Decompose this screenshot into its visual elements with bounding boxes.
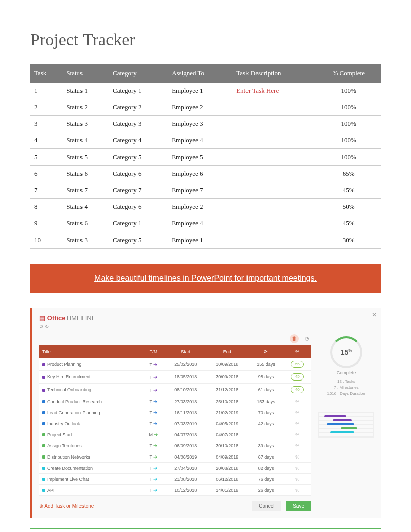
otl-col-tm: T/M [143,345,165,358]
otl-col-title: Title [39,345,143,358]
office-timeline-panel: ✕ ▤ OfficeTIMELINE ↺ ↻ 🗑 ◔ Title T/M [30,308,381,518]
close-icon[interactable]: ✕ [372,311,377,318]
timeline-row[interactable]: Create DocumentationT ➔27/04/201820/08/2… [39,463,311,474]
timeline-row[interactable]: Implement Live ChatT ➔23/08/201806/12/20… [39,474,311,485]
otl-col-start: Start [165,345,206,358]
timeline-row[interactable]: Product PlanningT ➔25/02/201830/09/20181… [39,358,311,371]
stat-tasks: 13 : Tasks [318,378,374,385]
delete-icon[interactable]: 🗑 [290,334,299,343]
timeline-row[interactable]: Project StartM ➔04/07/201804/07/2018–% [39,429,311,440]
clock-icon[interactable]: ◔ [302,334,311,343]
timeline-row[interactable]: Technical OnboardingT ➔08/10/201831/12/2… [39,384,311,396]
timeline-row[interactable]: APIT ➔10/12/201814/01/201926 days% [39,485,311,496]
otl-col-dur: ⟳ [248,345,284,358]
timeline-table: Title T/M Start End ⟳ % Product Planning… [39,345,311,496]
col-status: Status [62,64,109,83]
brand-icon: ▤ [39,314,47,322]
table-row: 8Status 4Category 6Employee 250% [30,199,381,215]
stat-duration: 1016 : Days Duration [318,391,374,397]
otl-col-end: End [206,345,248,358]
promo-banner[interactable]: Make beautiful timelines in PowerPoint f… [30,264,381,293]
progress-ring: 15% [330,336,362,368]
progress-label: Complete [318,370,374,375]
col-assigned: Assigned To [168,64,232,83]
timeline-row[interactable]: Key Hire RecruitmentT ➔18/05/201830/09/2… [39,371,311,384]
col-pct: % Complete [316,64,381,83]
save-button[interactable]: Save [286,501,311,511]
timeline-row[interactable]: Distribution NetworksT ➔04/06/201904/09/… [39,451,311,463]
table-row: 9Status 6Category 1Employee 445% [30,215,381,232]
otl-col-pct: % [284,345,311,358]
timeline-row[interactable]: Industry OutlookT ➔07/03/201904/05/20194… [39,418,311,429]
col-category: Category [109,64,168,83]
steps-section: 3 Easy steps to instantly turn Excel dat… [30,528,381,532]
table-row: 6Status 6Category 6Employee 665% [30,166,381,182]
table-row: 2Status 2Category 2Employee 2100% [30,99,381,116]
col-description: Task Description [232,64,316,83]
cancel-button[interactable]: Cancel [252,501,281,511]
undo-icon[interactable]: ↺ [39,324,43,329]
table-row: 4Status 4Category 4Employee 4100% [30,132,381,149]
page-title: Project Tracker [30,30,381,49]
table-row: 3Status 3Category 3Employee 3100% [30,116,381,132]
brand-logo: ▤ OfficeTIMELINE [39,314,374,322]
table-row: 7Status 7Category 7Employee 745% [30,182,381,199]
table-row: 5Status 5Category 5Employee 5100% [30,149,381,166]
add-task-button[interactable]: ⊕ Add Task or Milestone [39,503,94,509]
summary-panel: 15% Complete 13 : Tasks 7 : Milestones 1… [318,333,374,511]
timeline-row[interactable]: Conduct Product ResearchT ➔27/03/201825/… [39,396,311,407]
project-tracker-table: Task Status Category Assigned To Task De… [30,64,381,249]
redo-icon[interactable]: ↻ [45,324,49,329]
timeline-row[interactable]: Assign TerritoriesT ➔06/09/201830/10/201… [39,440,311,451]
undo-redo-toolbar: ↺ ↻ [39,324,374,329]
timeline-row[interactable]: Lead Generation PlanningT ➔16/11/201821/… [39,407,311,418]
mini-gantt-chart [318,412,374,438]
stat-milestones: 7 : Milestones [318,385,374,391]
table-row: 1Status 1Category 1Employee 1Enter Task … [30,83,381,99]
col-task: Task [30,64,62,83]
table-row: 10Status 3Category 5Employee 130% [30,232,381,249]
